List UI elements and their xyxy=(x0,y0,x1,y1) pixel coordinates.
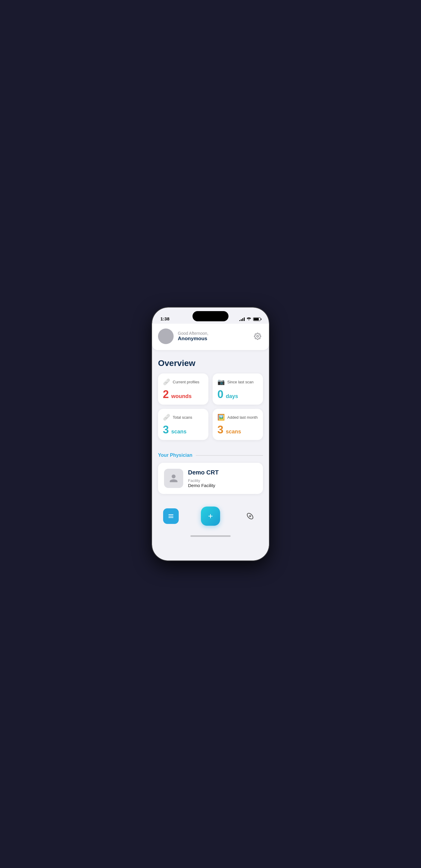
current-profiles-card[interactable]: 🩹 Current profiles 2 wounds xyxy=(158,373,208,405)
total-scans-value-row: 3 scans xyxy=(163,425,204,435)
since-last-scan-label: Since last scan xyxy=(227,380,253,384)
total-scans-card[interactable]: 🩹 Total scans 3 scans xyxy=(158,409,208,440)
current-profiles-header: 🩹 Current profiles xyxy=(163,378,204,385)
total-scans-label: Total scans xyxy=(173,415,192,420)
stats-grid: 🩹 Current profiles 2 wounds 📷 Since last… xyxy=(158,373,263,440)
home-nav-button[interactable] xyxy=(163,508,179,524)
camera-icon: 📷 xyxy=(217,378,225,385)
since-last-scan-value-row: 0 days xyxy=(217,389,258,400)
wounds-nav-button[interactable] xyxy=(242,508,258,524)
screen-content[interactable]: Good Afternoon, Anonymous Overview xyxy=(152,324,269,560)
greeting-name: Anonymous xyxy=(178,336,248,342)
since-last-scan-header: 📷 Since last scan xyxy=(217,378,258,385)
physician-facility-label: Facility xyxy=(188,478,257,483)
status-icons xyxy=(239,317,261,321)
add-icon: + xyxy=(208,512,213,520)
physician-name: Demo CRT xyxy=(188,469,257,476)
physician-section: Your Physician Demo CRT Facility Demo Fa… xyxy=(152,444,269,494)
overview-title: Overview xyxy=(158,359,263,368)
wifi-icon xyxy=(246,317,251,321)
battery-icon xyxy=(253,317,261,321)
added-last-month-number: 3 xyxy=(217,425,223,435)
signal-icon xyxy=(239,317,245,321)
total-scans-header: 🩹 Total scans xyxy=(163,414,204,421)
settings-button[interactable] xyxy=(252,331,263,342)
physician-title: Your Physician xyxy=(158,453,192,458)
bandage-icon: 🩹 xyxy=(163,378,170,385)
since-last-scan-card[interactable]: 📷 Since last scan 0 days xyxy=(213,373,263,405)
physician-divider xyxy=(196,455,263,456)
greeting-text: Good Afternoon, xyxy=(178,331,248,336)
physician-header: Your Physician xyxy=(158,453,263,458)
added-last-month-label: Added last month xyxy=(227,415,258,420)
physician-avatar xyxy=(164,469,183,488)
avatar xyxy=(158,329,174,344)
svg-point-0 xyxy=(257,335,259,337)
scan-bandage-icon: 🩹 xyxy=(163,414,170,421)
added-last-month-unit: scans xyxy=(226,429,241,435)
physician-info: Demo CRT Facility Demo Facility xyxy=(188,469,257,488)
overview-section: Overview 🩹 Current profiles 2 wounds xyxy=(152,352,269,440)
added-last-month-header: 🖼️ Added last month xyxy=(217,414,258,421)
physician-facility-name: Demo Facility xyxy=(188,483,257,488)
dynamic-island xyxy=(192,311,229,321)
since-last-scan-number: 0 xyxy=(217,389,223,400)
add-fab-button[interactable]: + xyxy=(201,506,220,526)
photo-icon: 🖼️ xyxy=(217,414,225,421)
current-profiles-value-row: 2 wounds xyxy=(163,389,204,400)
phone-screen: 1:38 xyxy=(152,308,269,560)
total-scans-number: 3 xyxy=(163,425,169,435)
added-last-month-card[interactable]: 🖼️ Added last month 3 scans xyxy=(213,409,263,440)
physician-card[interactable]: Demo CRT Facility Demo Facility xyxy=(158,463,263,494)
status-time: 1:38 xyxy=(160,316,170,321)
total-scans-unit: scans xyxy=(171,429,186,435)
current-profiles-number: 2 xyxy=(163,389,169,400)
added-last-month-value-row: 3 scans xyxy=(217,425,258,435)
home-indicator xyxy=(190,535,231,537)
phone-frame: 1:38 xyxy=(152,308,269,560)
current-profiles-unit: wounds xyxy=(171,393,191,400)
current-profiles-label: Current profiles xyxy=(173,380,200,384)
since-last-scan-unit: days xyxy=(226,393,238,400)
greeting-block: Good Afternoon, Anonymous xyxy=(178,331,248,342)
bottom-nav: + xyxy=(152,503,269,533)
header-section: Good Afternoon, Anonymous xyxy=(152,324,269,350)
